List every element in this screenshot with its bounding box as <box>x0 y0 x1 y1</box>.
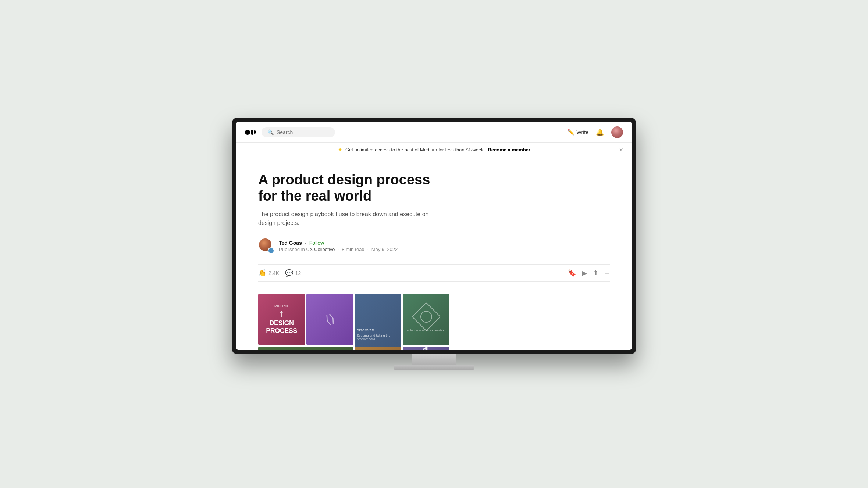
number-1: 1 <box>422 347 430 350</box>
grid-cell-6: Develop prototype solutions create optio… <box>355 347 401 350</box>
close-banner-button[interactable]: × <box>619 147 623 153</box>
grid-cell-2: ⟨⟩ <box>306 294 353 345</box>
become-member-link[interactable]: Become a member <box>488 147 530 152</box>
stand-neck <box>412 354 456 365</box>
comment-button[interactable]: 💬 12 <box>285 269 301 277</box>
search-icon: 🔍 <box>267 129 274 135</box>
article-image-grid: DEFINE ↑ DESIGN PROCESS ⟨⟩ DISC <box>258 294 449 350</box>
share-button[interactable]: ⬆ <box>593 269 598 277</box>
dot-separator-3: · <box>367 247 369 252</box>
grid-cell-1: DEFINE ↑ DESIGN PROCESS <box>258 294 305 345</box>
publish-date: May 9, 2022 <box>371 247 398 252</box>
navbar-right: ✏️ Write 🔔 <box>567 126 623 138</box>
comment-icon: 💬 <box>285 269 293 277</box>
monitor-stand <box>394 354 474 370</box>
action-bar: 👏 2.4K 💬 12 🔖 ▶ ⬆ ··· <box>258 264 610 282</box>
stand-base <box>394 365 474 370</box>
listen-button[interactable]: ▶ <box>582 269 587 277</box>
action-bar-right: 🔖 ▶ ⬆ ··· <box>568 269 610 277</box>
write-label: Write <box>577 129 588 135</box>
author-row: Ted Goas · Follow Published in UX Collec… <box>258 238 610 254</box>
author-name-row: Ted Goas · Follow <box>279 240 398 246</box>
bell-icon[interactable]: 🔔 <box>596 128 604 136</box>
author-avatar-sub <box>268 247 274 254</box>
grid-cell-7: 1 GENERATION Turn ideas and insights int… <box>403 347 449 350</box>
publication-link[interactable]: UX Collective <box>306 247 335 252</box>
write-icon: ✏️ <box>567 129 574 136</box>
grid-cell-6-inner: Develop prototype solutions create optio… <box>355 347 401 350</box>
grid-cell-4-inner: solution analysis · iteration <box>403 294 449 345</box>
banner-text: Get unlimited access to the best of Medi… <box>345 147 485 152</box>
monitor-wrapper: 🔍 ✏️ Write 🔔 ✦ Ge <box>232 118 636 370</box>
follow-button[interactable]: Follow <box>309 240 324 246</box>
membership-banner: ✦ Get unlimited access to the best of Me… <box>236 143 632 157</box>
grid-cell-5-inner: ∞ <box>258 347 353 350</box>
grid-cell-7-inner: 1 GENERATION Turn ideas and insights int… <box>403 347 449 350</box>
dot-separator-1: · <box>305 240 306 246</box>
article-area: A product design process for the real wo… <box>236 157 632 350</box>
star-icon: ✦ <box>338 146 342 153</box>
action-bar-left: 👏 2.4K 💬 12 <box>258 269 301 277</box>
grid-label-define: DEFINE <box>264 304 299 308</box>
author-name[interactable]: Ted Goas <box>279 240 302 246</box>
clap-icon: 👏 <box>258 269 266 277</box>
write-button[interactable]: ✏️ Write <box>567 129 588 136</box>
read-time: 8 min read <box>342 247 364 252</box>
medium-logo[interactable] <box>245 130 256 135</box>
author-meta: Published in UX Collective · 8 min read … <box>279 247 398 252</box>
grid-cell-2-inner: ⟨⟩ <box>306 294 353 345</box>
logo-bar-2 <box>254 130 256 134</box>
monitor-bezel: 🔍 ✏️ Write 🔔 ✦ Ge <box>232 118 636 354</box>
grid-cell-3: DISCOVER Scoping and taking the product … <box>355 294 401 350</box>
logo-bars <box>251 130 256 135</box>
clap-button[interactable]: 👏 2.4K <box>258 269 279 277</box>
logo-dot <box>245 130 250 135</box>
logo-bar-1 <box>251 130 253 135</box>
avatar[interactable] <box>611 126 623 138</box>
navbar-left: 🔍 <box>245 127 335 137</box>
avatar-image <box>611 126 623 138</box>
more-button[interactable]: ··· <box>604 269 610 277</box>
grid-cell-4: solution analysis · iteration <box>403 294 449 345</box>
published-in-label: Published in <box>279 247 306 252</box>
article-subtitle: The product design playbook I use to bre… <box>258 210 435 227</box>
clap-count: 2.4K <box>268 270 279 276</box>
save-button[interactable]: 🔖 <box>568 269 576 277</box>
grid-design-text: DESIGN PROCESS <box>264 319 299 335</box>
dot-separator-2: · <box>338 247 339 252</box>
grid-cell-5: ∞ <box>258 347 353 350</box>
grid-arrow: ↑ <box>264 308 299 319</box>
search-box[interactable]: 🔍 <box>262 127 335 137</box>
article-title: A product design process for the real wo… <box>258 172 449 204</box>
grid-cell-3-inner: DISCOVER Scoping and taking the product … <box>355 294 401 350</box>
author-info: Ted Goas · Follow Published in UX Collec… <box>279 240 398 252</box>
comment-count: 12 <box>295 270 301 276</box>
search-input[interactable] <box>277 129 329 135</box>
author-avatars <box>258 238 274 254</box>
navbar: 🔍 ✏️ Write 🔔 <box>236 122 632 143</box>
screen: 🔍 ✏️ Write 🔔 ✦ Ge <box>236 122 632 350</box>
